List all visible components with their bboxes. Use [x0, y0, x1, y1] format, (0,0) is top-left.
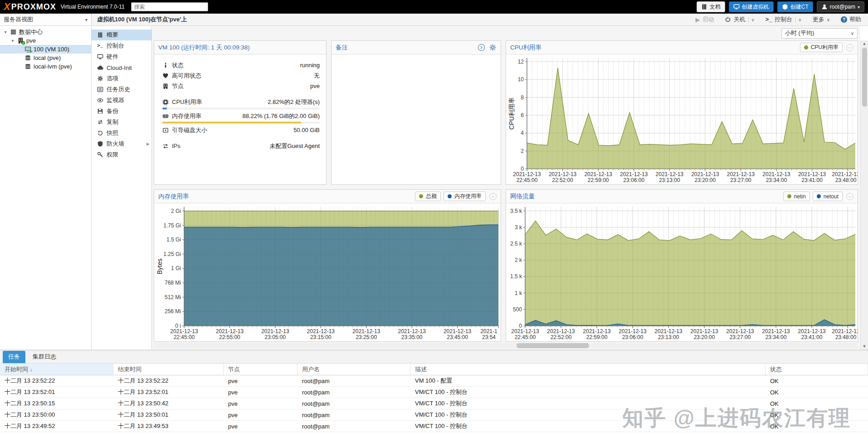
user-menu-button[interactable]: root@pam ▾ [817, 1, 864, 12]
terminal-icon: >_ [766, 16, 773, 23]
tree-item-pve[interactable]: ▾pve [0, 36, 91, 45]
more-button[interactable]: 更多 ∨ [809, 15, 834, 25]
description-cell: VM/CT 100 - 控制台 [410, 399, 766, 408]
start-button[interactable]: ▶ 启动 [691, 15, 718, 25]
scroll-down-icon[interactable]: ▼ [863, 343, 867, 349]
legend-netout[interactable]: netout [813, 192, 843, 201]
column-header-label: 状态 [770, 365, 782, 374]
network-chart-header: 网络流量 netinnetout − [506, 190, 858, 203]
memory-chart-panel: 内存使用率 总额内存使用率 − 0 i256 Mi512 Mi768 Mi1 G… [154, 189, 501, 342]
tree-item-100-vm-100-[interactable]: 100 (VM 100) [0, 45, 91, 54]
menu-item--[interactable]: 备份 [92, 106, 151, 117]
scrollbar-thumb[interactable] [862, 48, 867, 107]
task-row[interactable]: 十二月 13 23:52:01十二月 13 23:52:01pveroot@pa… [0, 387, 868, 398]
period-select[interactable]: 小时 (平均) ∨ [781, 28, 858, 39]
svg-text:22:55:00: 22:55:00 [219, 334, 240, 340]
task-row[interactable]: 十二月 13 23:50:15十二月 13 23:50:42pveroot@pa… [0, 398, 868, 409]
legend-cpu-[interactable]: CPU利用率 [800, 43, 843, 52]
legend--[interactable]: 内存使用率 [444, 192, 486, 201]
task-row[interactable]: 十二月 13 23:50:00十二月 13 23:50:01pveroot@pa… [0, 409, 868, 421]
status-cell: OK [766, 389, 868, 396]
status-label: 内存使用率 [172, 112, 201, 120]
column-header-user[interactable]: 用户名 [297, 364, 410, 375]
horizontal-scrollbar[interactable] [154, 343, 858, 349]
expand-caret-icon[interactable]: ▾ [3, 30, 8, 34]
shutdown-button[interactable]: 关机 ∨ [721, 15, 758, 25]
end-time-cell: 十二月 13 23:52:22 [113, 377, 224, 385]
main-area: ▾数据中心▾pve100 (VM 100)local (pve)local-lv… [0, 26, 868, 349]
cpu-chart-legend: CPU利用率 [800, 43, 843, 52]
menu-item--[interactable]: 选项 [92, 73, 151, 84]
menu-item--[interactable]: 复制 [92, 117, 151, 128]
create-ct-button[interactable]: 创建CT [777, 1, 813, 12]
menu-item--[interactable]: >_控制台 [92, 40, 151, 51]
chevron-down-icon[interactable]: ∨ [748, 17, 754, 22]
collapse-legend-icon[interactable]: − [846, 44, 853, 51]
tree-item-local-lvm-pve-[interactable]: local-lvm (pve) [0, 62, 91, 71]
create-vm-button[interactable]: 创建虚拟机 [729, 1, 774, 12]
collapse-legend-icon[interactable]: − [489, 193, 497, 200]
help-button[interactable]: ? 帮助 [837, 15, 865, 25]
search-input[interactable] [131, 2, 208, 11]
menu-item--[interactable]: 防火墙▶ [92, 138, 151, 149]
status-row-ips: IPs未配置Guest Agent [162, 141, 320, 151]
column-header-desc[interactable]: 描述 [410, 364, 766, 375]
legend--[interactable]: 总额 [415, 192, 441, 201]
legend-dot-icon [419, 194, 423, 198]
expand-circle-icon[interactable] [478, 44, 485, 51]
svg-text:2021-12-13: 2021-12-13 [798, 171, 826, 177]
svg-text:22:59:00: 22:59:00 [586, 334, 608, 340]
svg-text:2021-12-13: 2021-12-13 [654, 328, 683, 335]
tasks-header-row: 开始时间↓结束时间节点用户名描述状态 [0, 364, 868, 375]
svg-text:2021-12-13: 2021-12-13 [691, 171, 719, 177]
menu-item--[interactable]: 任务历史 [92, 84, 151, 95]
scroll-up-icon[interactable]: ▲ [863, 40, 867, 47]
tab-cluster-log[interactable]: 集群日志 [27, 351, 62, 363]
column-header-status[interactable]: 状态 [766, 364, 868, 375]
tab-tasks[interactable]: 任务 [3, 351, 25, 363]
docs-button[interactable]: 文档 [697, 1, 725, 12]
svg-text:1.5 Gi: 1.5 Gi [166, 236, 181, 243]
column-header-end[interactable]: 结束时间 [113, 364, 224, 375]
task-row[interactable]: 十二月 13 23:49:52十二月 13 23:49:53pveroot@pa… [0, 421, 868, 432]
status-cell: OK [766, 378, 868, 384]
eye-icon [97, 97, 103, 103]
description-cell: VM/CT 100 - 控制台 [410, 411, 766, 419]
expand-caret-icon[interactable]: ▾ [10, 38, 15, 43]
menu-item--[interactable]: 硬件 [92, 51, 151, 62]
logo-text: PROXMOX [11, 2, 56, 12]
status-row-cpu利用率: CPU利用率2.82%的2 处理器(s) [162, 97, 320, 107]
status-row-引导磁盘大小: 引导磁盘大小50.00 GiB [162, 125, 320, 135]
status-progress-bar [162, 122, 320, 123]
gear-icon[interactable] [489, 44, 497, 51]
console-button[interactable]: >_ 控制台 ∨ [761, 15, 806, 25]
chevron-down-icon[interactable]: ∨ [795, 17, 801, 22]
menu-item--[interactable]: 权限 [92, 149, 151, 160]
svg-text:2021-12-13: 2021-12-13 [513, 171, 541, 177]
description-cell: VM 100 - 配置 [410, 377, 766, 385]
menu-item-label: 概要 [107, 31, 118, 39]
column-header-start[interactable]: 开始时间↓ [0, 364, 113, 375]
view-select[interactable]: 服务器视图 ▾ [0, 14, 92, 25]
menu-item-label: 监视器 [107, 96, 124, 104]
collapse-legend-icon[interactable]: − [846, 193, 853, 200]
menu-item-label: 任务历史 [107, 85, 130, 94]
vertical-scrollbar[interactable]: ▲ ▼ [860, 40, 868, 349]
column-header-node[interactable]: 节点 [224, 364, 297, 375]
task-row[interactable]: 十二月 13 23:52:22十二月 13 23:52:22pveroot@pa… [0, 375, 868, 387]
user-name-cell: root@pam [297, 378, 410, 384]
column-header-label: 开始时间 [5, 365, 28, 374]
legend-netin[interactable]: netin [783, 192, 810, 201]
tree-item--[interactable]: ▾数据中心 [0, 28, 91, 36]
submenu-arrow-icon: ▶ [146, 142, 150, 146]
db-icon [24, 54, 31, 61]
status-value: 未配置Guest Agent [269, 142, 320, 150]
menu-item--[interactable]: 监视器 [92, 95, 151, 106]
tree-item-local-pve-[interactable]: local (pve) [0, 54, 91, 62]
notes-body[interactable] [332, 54, 501, 184]
menu-item--[interactable]: 快照 [92, 128, 151, 138]
menu-item--[interactable]: 概要 [92, 30, 151, 40]
scrollbar-thumb[interactable] [517, 343, 589, 348]
svg-text:2021-12-13: 2021-12-13 [690, 328, 718, 335]
menu-item-cloud-init[interactable]: Cloud-Init [92, 62, 151, 73]
